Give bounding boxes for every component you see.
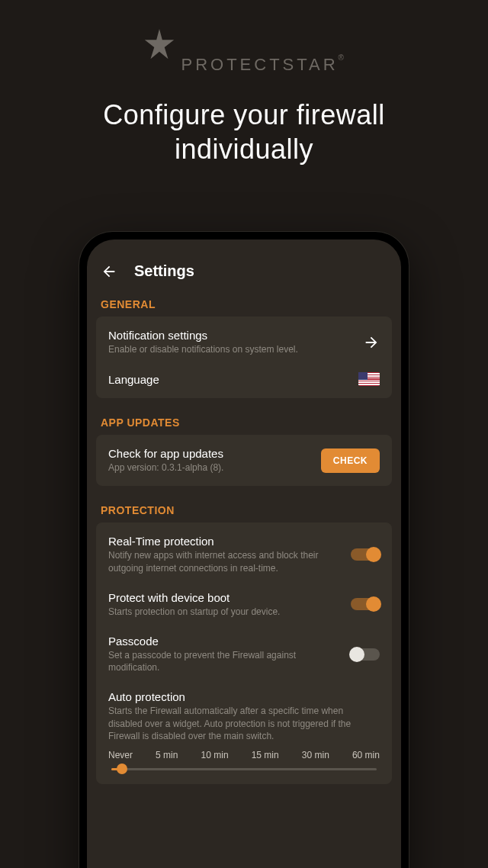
- check-updates-row: Check for app updates App version: 0.3.1…: [96, 438, 392, 483]
- realtime-toggle[interactable]: [351, 548, 380, 561]
- notification-title: Notification settings: [108, 329, 354, 342]
- general-card: Notification settings Enable or disable …: [96, 317, 392, 398]
- realtime-sub: Notify new apps with internet access and…: [108, 549, 342, 574]
- slider-opt-2: 10 min: [201, 750, 229, 760]
- slider-track[interactable]: [111, 768, 377, 770]
- passcode-row[interactable]: Passcode Set a passcode to prevent the F…: [96, 627, 392, 683]
- arrow-left-icon: [101, 263, 117, 280]
- brand-text: PROTECTSTAR: [181, 55, 338, 74]
- star-icon: [141, 27, 178, 64]
- chevron-right-icon: [363, 334, 380, 351]
- boot-title: Protect with device boot: [108, 591, 342, 604]
- realtime-row[interactable]: Real-Time protection Notify new apps wit…: [96, 526, 392, 583]
- language-title: Language: [108, 373, 349, 386]
- brand-block: PROTECTSTAR®: [0, 0, 488, 75]
- section-updates-label: APP UPDATES: [87, 409, 401, 435]
- check-updates-title: Check for app updates: [108, 447, 312, 460]
- phone-screen: Settings GENERAL Notification settings E…: [87, 240, 401, 868]
- auto-protection-row: Auto protection Starts the Firewall auto…: [96, 683, 392, 745]
- app-bar: Settings: [87, 255, 401, 291]
- boot-sub: Starts protection on startup of your dev…: [108, 606, 342, 618]
- language-row[interactable]: Language: [96, 365, 392, 395]
- updates-card: Check for app updates App version: 0.3.1…: [96, 435, 392, 486]
- phone-frame: Settings GENERAL Notification settings E…: [79, 232, 409, 868]
- section-protection-label: PROTECTION: [87, 497, 401, 522]
- auto-title: Auto protection: [108, 690, 380, 703]
- hero-line1: Configure your firewall: [0, 98, 488, 132]
- flag-us-icon: [358, 372, 380, 386]
- page-title: Settings: [134, 262, 194, 280]
- slider-opt-1: 5 min: [156, 750, 178, 760]
- protection-card: Real-Time protection Notify new apps wit…: [96, 522, 392, 784]
- notification-settings-row[interactable]: Notification settings Enable or disable …: [96, 320, 392, 365]
- notification-sub: Enable or disable notifications on syste…: [108, 343, 354, 355]
- back-button[interactable]: [101, 263, 117, 280]
- passcode-toggle[interactable]: [351, 648, 380, 661]
- auto-sub: Starts the Firewall automatically after …: [108, 705, 380, 742]
- passcode-sub: Set a passcode to prevent the Firewall a…: [108, 649, 342, 674]
- auto-protection-slider[interactable]: Never 5 min 10 min 15 min 30 min 60 min: [96, 745, 392, 781]
- hero-line2: individually: [0, 132, 488, 166]
- slider-opt-5: 60 min: [352, 750, 380, 760]
- boot-row[interactable]: Protect with device boot Starts protecti…: [96, 583, 392, 627]
- registered-mark: ®: [339, 53, 347, 62]
- check-button[interactable]: CHECK: [321, 448, 380, 473]
- passcode-title: Passcode: [108, 635, 342, 648]
- boot-toggle[interactable]: [351, 598, 380, 610]
- slider-opt-4: 30 min: [302, 750, 329, 760]
- slider-opt-3: 15 min: [252, 750, 279, 760]
- svg-marker-0: [145, 29, 174, 59]
- slider-opt-0: Never: [108, 750, 133, 760]
- section-general-label: GENERAL: [87, 291, 401, 317]
- realtime-title: Real-Time protection: [108, 535, 342, 548]
- slider-labels: Never 5 min 10 min 15 min 30 min 60 min: [108, 750, 380, 760]
- slider-thumb[interactable]: [117, 764, 127, 774]
- hero-tagline: Configure your firewall individually: [0, 98, 488, 166]
- app-version-text: App version: 0.3.1-alpha (8).: [108, 461, 312, 474]
